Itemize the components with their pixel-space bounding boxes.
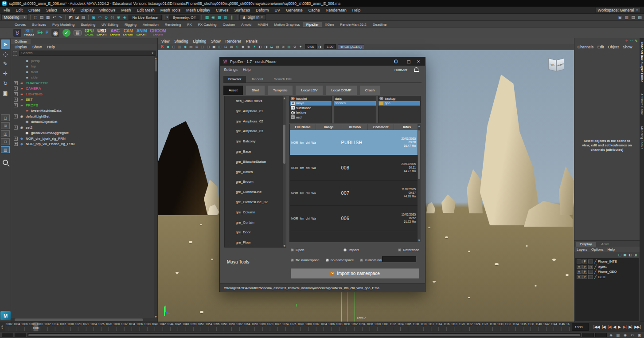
animation-end-field[interactable] bbox=[595, 333, 607, 337]
outliner-item-defaultlightset[interactable]: +◉defaultLightSet bbox=[11, 114, 157, 119]
layer-row-geo[interactable]: VP╱GEO bbox=[575, 275, 639, 280]
lighting-icon[interactable]: ☀ bbox=[252, 45, 257, 49]
pause-icon[interactable]: ∥ bbox=[229, 15, 234, 20]
menu-file[interactable]: File bbox=[4, 8, 10, 12]
outliner-search-input[interactable]: Search... ▾ bbox=[19, 51, 156, 56]
ao-icon[interactable]: ◑ bbox=[263, 45, 269, 49]
viewport-menu-view[interactable]: View bbox=[161, 39, 169, 43]
scroll-up-icon[interactable]: ▲ bbox=[283, 96, 286, 99]
asset-item-gre-bibochestatue[interactable]: gre_BibocheStatue bbox=[225, 157, 286, 167]
menu-select[interactable]: Select bbox=[46, 8, 57, 12]
open-mode-reference-radio[interactable]: Reference bbox=[398, 248, 419, 252]
textured-icon[interactable]: ◈ bbox=[246, 45, 251, 49]
isolate-select-icon[interactable]: ⊘ bbox=[292, 45, 297, 49]
file-row-5[interactable] bbox=[290, 231, 420, 242]
column-header-image[interactable]: Image bbox=[316, 124, 342, 130]
layer-visibility-toggle[interactable]: V bbox=[577, 275, 582, 279]
expand-icon[interactable]: + bbox=[14, 98, 18, 102]
menu-mesh-display[interactable]: Mesh Display bbox=[186, 8, 210, 12]
ipr-render-icon[interactable]: ◉ bbox=[210, 15, 216, 20]
list-item-texture[interactable]: texture bbox=[290, 110, 332, 115]
bull-icon[interactable]: ♉ bbox=[13, 29, 21, 37]
shelf-button-abc[interactable]: ABCEXPORT bbox=[110, 29, 120, 36]
layer-menu-layers[interactable]: Layers bbox=[577, 248, 587, 252]
category-local-comp-button[interactable]: Local COMP bbox=[326, 86, 356, 95]
snap-curve-icon[interactable]: ◠ bbox=[97, 15, 103, 20]
menu-mesh-tools[interactable]: Mesh Tools bbox=[160, 8, 180, 12]
asset-item-gre-base[interactable]: gre_Base bbox=[225, 147, 286, 157]
rotate-tool[interactable]: ↻ bbox=[1, 79, 10, 88]
lasso-tool[interactable]: ◌ bbox=[1, 49, 10, 59]
multisample-icon[interactable]: ▧ bbox=[275, 45, 280, 49]
step-back-key-button[interactable]: |◀ bbox=[607, 325, 611, 329]
layer-row-phone-geo[interactable]: VP╱Phone_GEO bbox=[575, 269, 639, 275]
layer-display-type-toggle[interactable]: R bbox=[588, 265, 593, 269]
asset-item-gre-amphora-01[interactable]: gre_Amphora_01 bbox=[225, 106, 286, 117]
pipezer-menu-help[interactable]: Help bbox=[243, 67, 250, 72]
shelf-tab-pipezer[interactable]: PipeZer bbox=[303, 22, 322, 27]
select-hierarchy-icon[interactable]: ◩ bbox=[68, 15, 74, 20]
layer-menu-help[interactable]: Help bbox=[608, 248, 615, 252]
menu-display[interactable]: Display bbox=[81, 8, 94, 12]
shelf-tab-poly-modeling[interactable]: Poly Modeling bbox=[49, 22, 78, 27]
menu-cache[interactable]: Cache bbox=[308, 8, 320, 12]
outliner-item-front[interactable]: +▪front bbox=[11, 69, 157, 75]
shelf-tab-deadline[interactable]: Deadline bbox=[370, 22, 390, 27]
open-mode-import-radio[interactable]: Import bbox=[343, 248, 359, 252]
motion-blur-icon[interactable]: ◒ bbox=[269, 45, 274, 49]
layer-display-type-toggle[interactable] bbox=[588, 259, 593, 263]
snap-grid-icon[interactable]: ⊞ bbox=[91, 15, 97, 20]
animation-preferences-icon[interactable]: ▣ bbox=[636, 333, 642, 337]
go-to-start-button[interactable]: |◀◀ bbox=[593, 325, 600, 329]
asset-item-gre-column[interactable]: gre_Column bbox=[225, 208, 286, 218]
layer-visibility-toggle[interactable]: V bbox=[577, 265, 582, 269]
renderer-r-icon[interactable]: R bbox=[160, 45, 165, 49]
namespace-no-namespace-radio[interactable]: no namespace bbox=[326, 258, 354, 262]
safe-action-icon[interactable]: ⊡ bbox=[223, 45, 228, 49]
shelf-tab-rendering[interactable]: Rendering bbox=[162, 22, 184, 27]
expand-icon[interactable]: + bbox=[14, 142, 18, 146]
xray-icon[interactable]: ◍ bbox=[286, 45, 292, 49]
viewcube-front-face[interactable]: FRONT bbox=[556, 58, 564, 71]
menu-deform[interactable]: Deform bbox=[256, 8, 269, 12]
asset-item-gre-amphora-03[interactable]: gre_Amphora_03 bbox=[225, 126, 286, 137]
colorspace-selector[interactable]: sRGB (ACES) bbox=[338, 44, 364, 49]
select-tool[interactable]: ➤ bbox=[1, 39, 10, 49]
shelf-tab-sculpting[interactable]: Sculpting bbox=[78, 22, 98, 27]
tool-settings-toggle-icon[interactable]: ▧ bbox=[637, 15, 643, 20]
shelf-button-anim[interactable]: ANIMEXPORT bbox=[137, 29, 147, 36]
new-scene-icon[interactable]: ▢ bbox=[33, 15, 39, 20]
list-item-data[interactable]: data bbox=[334, 96, 376, 101]
import-no-namespace-button[interactable]: ⇲ Import no namespace bbox=[291, 268, 419, 279]
shelf-tab-motion-graphics[interactable]: Motion Graphics bbox=[271, 22, 303, 27]
viewport-menu-panels[interactable]: Panels bbox=[246, 39, 258, 43]
fog-icon[interactable]: ≋ bbox=[281, 45, 286, 49]
dock-tab-attribute-editor[interactable]: Attribute Editor bbox=[640, 94, 644, 115]
outliner-item-nor-prp-vik-phone-rig-prn[interactable]: +◆NOR_prp_vik_Phone_rig_PRN bbox=[11, 141, 157, 147]
two-pane-stacked-layout[interactable]: ⊟ bbox=[1, 138, 10, 145]
four-pane-layout[interactable]: ⊞ bbox=[1, 122, 10, 129]
menu-windows[interactable]: Windows bbox=[99, 8, 116, 12]
menu-surfaces[interactable]: Surfaces bbox=[234, 8, 250, 12]
outliner-item-set2[interactable]: +◉set2 bbox=[11, 125, 157, 130]
scrollbar-thumb[interactable] bbox=[15, 318, 143, 321]
scrollbar-thumb[interactable] bbox=[155, 60, 157, 71]
asset-item-gre-broom[interactable]: gre_Broom bbox=[225, 177, 286, 187]
shadows-icon[interactable]: ◐ bbox=[258, 45, 263, 49]
list-item-geo[interactable]: geo bbox=[379, 101, 420, 106]
outliner-menu-help[interactable]: Help bbox=[47, 45, 55, 49]
column-header-version[interactable]: Version bbox=[342, 124, 368, 130]
asset-item-gre-clothesline[interactable]: gre_ClothesLine bbox=[225, 187, 286, 197]
menu-generate[interactable]: Generate bbox=[286, 8, 303, 12]
paint-select-tool[interactable]: ✎ bbox=[1, 59, 10, 68]
shelf-button-cam[interactable]: CAMEXPORT bbox=[123, 29, 133, 36]
namespace-file-namespace-radio[interactable]: file namespace bbox=[291, 258, 320, 262]
scroll-down-icon[interactable]: ▼ bbox=[283, 244, 286, 247]
layer-new-icon[interactable]: ▣ bbox=[623, 253, 627, 257]
select-component-icon[interactable]: ▨ bbox=[80, 15, 86, 20]
layer-tab-anim[interactable]: Anim bbox=[597, 242, 613, 247]
single-pane-layout[interactable]: ◻ bbox=[1, 114, 10, 121]
file-row-2[interactable]: NOR_itm_chi_Wal...00820/03/2025 10:11 44… bbox=[290, 155, 420, 181]
outliner-vertical-scrollbar[interactable]: ▲ ▼ bbox=[154, 56, 157, 318]
exposure-icon[interactable]: ✦ bbox=[298, 45, 303, 49]
